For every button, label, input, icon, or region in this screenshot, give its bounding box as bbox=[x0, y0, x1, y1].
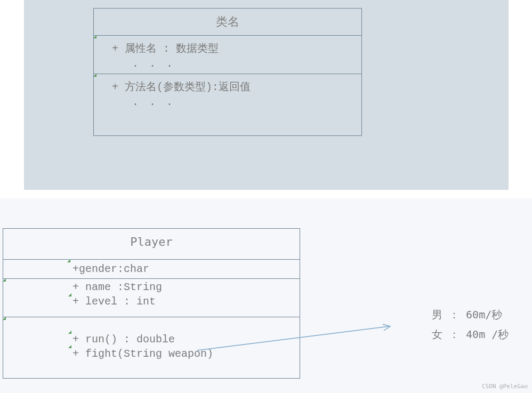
uml-class-template-box: 类名 + 属性名 : 数据类型 . . . + 方法名(参数类型):返回值 . … bbox=[93, 8, 362, 136]
attribute-line: + level : int bbox=[72, 294, 236, 309]
annotation-female: 女 ： 40m /秒 bbox=[432, 327, 509, 342]
corner-mark-icon bbox=[68, 345, 71, 348]
attributes-section: + 属性名 : 数据类型 . . . bbox=[94, 36, 361, 74]
annotation-male: 男 ： 60m/秒 bbox=[432, 308, 502, 322]
attribute-line: +gender:char bbox=[72, 262, 236, 276]
svg-line-0 bbox=[197, 326, 389, 350]
uml-player-box: Player +gender:char + name :String + lev… bbox=[3, 228, 300, 379]
class-name-header: 类名 bbox=[94, 9, 361, 36]
corner-mark-icon bbox=[3, 278, 6, 282]
attribute-line: + name :String bbox=[72, 280, 236, 294]
attribute-line: + 属性名 : 数据类型 bbox=[100, 40, 355, 57]
player-title: Player bbox=[3, 229, 300, 260]
methods-section: + 方法名(参数类型):返回值 . . . bbox=[94, 74, 361, 132]
ellipsis: . . . bbox=[100, 95, 207, 109]
corner-mark-icon bbox=[67, 259, 70, 262]
corner-mark-icon bbox=[93, 35, 96, 38]
corner-mark-icon bbox=[68, 331, 71, 334]
player-title-text: Player bbox=[130, 235, 172, 248]
method-line: + 方法名(参数类型):返回值 bbox=[100, 78, 355, 95]
player-attr-section-1: +gender:char bbox=[3, 260, 300, 279]
player-attr-section-2: + name :String + level : int bbox=[3, 279, 300, 317]
watermark: CSDN @PeleGao bbox=[482, 383, 528, 390]
arrow-icon bbox=[197, 321, 400, 353]
corner-mark-icon bbox=[68, 293, 71, 296]
ellipsis: . . . bbox=[100, 57, 207, 71]
top-panel: 类名 + 属性名 : 数据类型 . . . + 方法名(参数类型):返回值 . … bbox=[24, 0, 509, 190]
class-name-label: 类名 bbox=[216, 15, 239, 28]
corner-mark-icon bbox=[3, 317, 6, 320]
corner-mark-icon bbox=[93, 74, 96, 77]
bottom-panel: Player +gender:char + name :String + lev… bbox=[0, 198, 532, 393]
